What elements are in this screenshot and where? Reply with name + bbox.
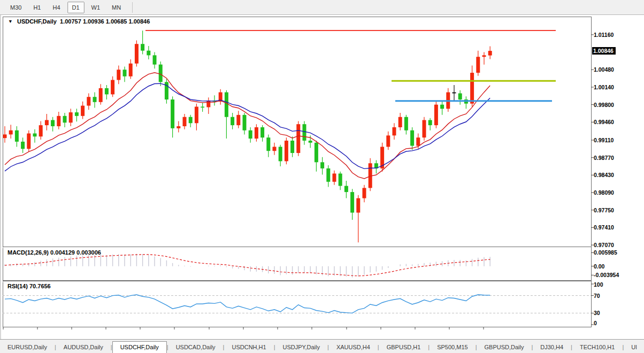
price-axis-label: 0.99800: [594, 102, 614, 108]
chart-tab-xauusd-h4[interactable]: XAUUSD,H4: [329, 342, 378, 353]
chart-tab-bar: EURUSD,Daily|AUDUSD,Daily|USDCHF,Daily|U…: [0, 339, 644, 353]
ohlc-open: 1.00757: [60, 18, 81, 25]
collapse-indicator-icon[interactable]: ▼: [8, 19, 13, 24]
candle: [129, 59, 133, 79]
timeframe-button-w1[interactable]: W1: [87, 2, 105, 13]
rsi-value: 70.7656: [29, 283, 51, 289]
timeframe-button-mn[interactable]: MN: [107, 2, 126, 13]
price-axis-label: 0.98090: [594, 189, 614, 196]
toolbar-separator: [132, 2, 133, 13]
candle: [464, 96, 468, 109]
chart-area: ▼ USDCHF,Daily 1.00757 1.00936 1.00685 1…: [0, 15, 644, 339]
rsi-axis-label: 100: [594, 281, 603, 288]
timeframe-button-h1[interactable]: H1: [28, 2, 45, 13]
timeframe-toolbar: M30H1H4D1W1MN: [0, 0, 644, 15]
candle: [87, 93, 90, 110]
candle: [81, 102, 85, 119]
timeframe-button-m30[interactable]: M30: [5, 2, 26, 13]
ohlc-close: 1.00846: [129, 18, 150, 25]
chart-tab-tech100-h1[interactable]: TECH100,H1: [572, 342, 622, 353]
candle: [303, 121, 306, 144]
candle: [428, 118, 432, 131]
candle: [243, 113, 247, 134]
price-axis-label: 1.00480: [594, 66, 614, 73]
chart-tab-usdjpy-daily[interactable]: USDJPY,Daily: [275, 342, 328, 353]
candle: [201, 103, 204, 112]
timeframe-button-d1[interactable]: D1: [67, 2, 85, 13]
candle: [260, 125, 264, 142]
candle: [326, 165, 330, 187]
ohlc-low: 1.00685: [106, 18, 127, 25]
rsi-axis-label: 70: [594, 293, 600, 299]
chart-tab-gbpusd-h1[interactable]: GBPUSD,H1: [379, 342, 428, 353]
candle: [105, 85, 109, 99]
candle: [99, 84, 103, 104]
price-axis-label: 1.00140: [594, 84, 614, 90]
macd-axis-label: 0.00: [594, 263, 604, 270]
candle: [374, 160, 378, 173]
rsi-axis-label: 30: [594, 310, 600, 316]
trading-platform-window: M30H1H4D1W1MN ▼ USDCHF,Daily 1.00757 1.0…: [0, 0, 644, 353]
candle: [273, 143, 277, 155]
candle: [45, 114, 49, 131]
rsi-indicator-name: RSI(14): [7, 283, 28, 289]
candle: [404, 115, 408, 135]
rsi-label: RSI(14) 70.7656: [7, 283, 51, 289]
candle: [344, 181, 348, 198]
candle: [33, 129, 37, 143]
macd-signal-value: 0.003006: [76, 249, 101, 256]
candle: [63, 113, 67, 127]
candle: [249, 127, 252, 143]
candle: [393, 123, 396, 140]
macd-value: 0.004129: [50, 249, 75, 256]
candle: [21, 137, 25, 153]
candle: [423, 117, 426, 141]
chart-symbol-label: USDCHF,Daily: [17, 18, 57, 25]
candle: [141, 30, 144, 54]
candle: [315, 141, 318, 172]
candle: [171, 96, 174, 137]
candle: [279, 145, 282, 166]
chart-tab-usdcad-daily[interactable]: USDCAD,Daily: [168, 342, 223, 353]
candle: [434, 101, 438, 128]
candle: [225, 90, 228, 139]
chart-tab-eurusd-daily[interactable]: EURUSD,Daily: [0, 342, 55, 353]
chart-tab-gbpusd-daily[interactable]: GBPUSD,Daily: [477, 342, 531, 353]
candle: [189, 115, 193, 127]
candle: [236, 111, 240, 128]
candle: [440, 102, 444, 115]
candle: [296, 121, 300, 156]
chart-canvas[interactable]: [1, 15, 644, 339]
chart-tab-sp500-m15[interactable]: SP500,M15: [430, 342, 475, 353]
candle: [15, 126, 19, 147]
chart-tab-usdcnh-h1[interactable]: USDCNH,H1: [224, 342, 273, 353]
chart-tab-dj30-h4[interactable]: DJ30,H4: [533, 342, 571, 353]
price-axis-label: 0.98430: [594, 172, 614, 178]
candle: [285, 137, 288, 164]
candle: [356, 195, 360, 242]
candle: [333, 171, 336, 185]
candle: [165, 79, 168, 104]
chart-tab-ul[interactable]: Ul: [624, 342, 644, 353]
candle: [123, 66, 127, 82]
candle: [75, 109, 79, 121]
chart-tab-audusd-daily[interactable]: AUDUSD,Daily: [56, 342, 111, 353]
candle: [3, 126, 7, 143]
candle: [386, 132, 390, 150]
price-axis-label: 0.97750: [594, 207, 614, 213]
candle: [206, 97, 210, 114]
candle: [488, 46, 492, 59]
chart-tab-usdchf-daily[interactable]: USDCHF,Daily: [112, 341, 167, 353]
macd-axis-label: -0.003954: [594, 272, 619, 278]
chart-header: ▼ USDCHF,Daily 1.00757 1.00936 1.00685 1…: [7, 18, 150, 25]
candle: [183, 114, 187, 129]
macd-indicator-name: MACD(12,26,9): [7, 249, 49, 256]
candle: [339, 172, 342, 190]
candle: [51, 117, 55, 132]
candle: [350, 189, 354, 220]
timeframe-button-h4[interactable]: H4: [48, 2, 65, 13]
price-axis-label: 0.97410: [594, 224, 614, 231]
price-axis-label: 0.97070: [594, 242, 614, 248]
rsi-axis-label: 0: [594, 320, 597, 326]
candle: [57, 112, 60, 129]
